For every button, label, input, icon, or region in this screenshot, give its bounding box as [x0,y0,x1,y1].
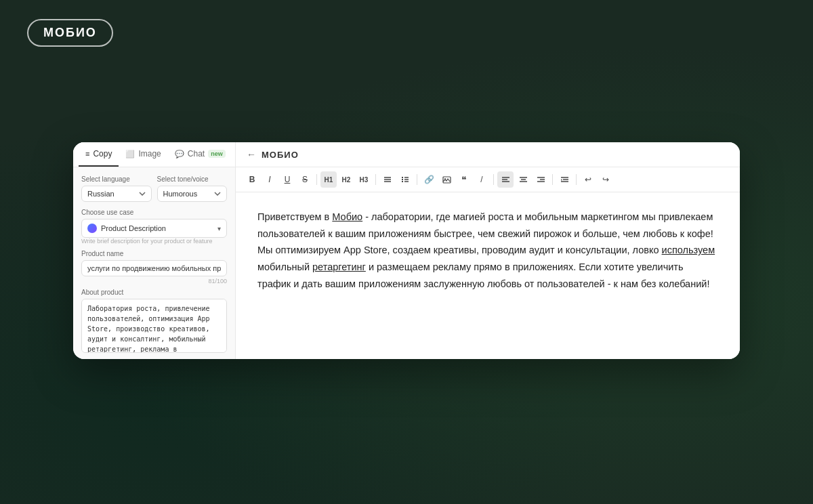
back-button[interactable]: ← [247,149,256,160]
toolbar-sep-6 [576,174,577,185]
unordered-list-button[interactable] [397,171,413,188]
italic-button[interactable]: I [262,171,278,188]
svg-rect-3 [402,177,403,178]
product-name-label: Product name [81,250,227,257]
copy-icon: ≡ [85,150,89,158]
link-button[interactable]: 🔗 [421,171,437,188]
main-card: ≡ Copy ⬜ Image 💬 Chat new Select languag… [73,142,740,359]
svg-rect-7 [402,181,403,182]
tab-image[interactable]: ⬜ Image [119,142,167,167]
redo-button[interactable]: ↪ [598,171,614,188]
h1-button[interactable]: H1 [320,171,337,188]
bold-button[interactable]: B [244,171,260,188]
align-right-button[interactable] [533,171,549,188]
toolbar-sep-2 [375,174,376,185]
toolbar-sep-5 [552,174,553,185]
mobio-link: Мобио [332,211,362,222]
about-group: About product Лаборатория роста, привлеч… [81,289,227,356]
h2-button[interactable]: H2 [338,171,354,188]
use-case-label: Choose use case [81,209,227,216]
product-hint: Write brief description for your product… [81,238,227,245]
right-panel: ← МОБИО B I U S H1 H2 H3 [236,142,740,359]
use-case-group: Choose use case Product Description ▾ Wr… [81,209,227,245]
language-select[interactable]: Russian English [81,186,152,202]
editor-title: МОБИО [262,150,299,160]
align-center-button[interactable] [515,171,531,188]
svg-rect-5 [402,179,403,180]
image-icon: ⬜ [125,150,135,159]
use-case-dot [87,224,97,233]
undo-button[interactable]: ↩ [580,171,596,188]
product-name-input[interactable] [81,260,227,276]
chat-new-badge: new [208,150,226,158]
editor-content[interactable]: Приветствуем в Мобио - лаборатории, где … [236,192,740,359]
lang-tone-row: Select language Russian English Select t… [81,175,227,202]
toolbar-sep-3 [417,174,417,185]
use-case-select[interactable]: Product Description ▾ [81,219,227,238]
code-button[interactable]: / [474,171,490,188]
toolbar-sep-1 [316,174,317,185]
underline-button[interactable]: U [279,171,295,188]
product-name-group: Product name 81/100 [81,250,227,285]
align-left-button[interactable] [497,171,514,188]
chat-icon: 💬 [175,150,184,159]
language-group: Select language Russian English [81,175,152,202]
tone-label: Select tone/voice [157,175,228,183]
language-label: Select language [81,175,152,183]
left-panel: ≡ Copy ⬜ Image 💬 Chat new Select languag… [73,142,236,359]
ordered-list-button[interactable] [379,171,396,188]
editor-toolbar: B I U S H1 H2 H3 [236,167,740,192]
quote-button[interactable]: ❝ [456,171,472,188]
about-label: About product [81,289,227,296]
ispolzovyvaem-text: используем [662,245,715,255]
char-count: 81/100 [81,278,227,285]
indent-button[interactable] [556,171,572,188]
use-case-chevron: ▾ [217,225,221,232]
about-textarea[interactable]: Лаборатория роста, привлечение пользоват… [81,299,227,353]
strikethrough-button[interactable]: S [297,171,313,188]
tab-chat[interactable]: 💬 Chat new [168,142,232,167]
tab-copy[interactable]: ≡ Copy [79,142,119,167]
form-body: Select language Russian English Select t… [73,167,235,359]
image-insert-button[interactable] [438,171,455,188]
tabs-bar: ≡ Copy ⬜ Image 💬 Chat new [73,142,235,167]
tone-group: Select tone/voice Humorous Formal Casual [157,175,228,202]
toolbar-sep-4 [493,174,494,185]
tone-select[interactable]: Humorous Formal Casual [157,186,228,202]
editor-header: ← МОБИО [236,142,740,167]
logo: МОБИО [27,19,113,47]
retargeting-link: ретаргетинг [312,261,366,272]
h3-button[interactable]: H3 [356,171,372,188]
